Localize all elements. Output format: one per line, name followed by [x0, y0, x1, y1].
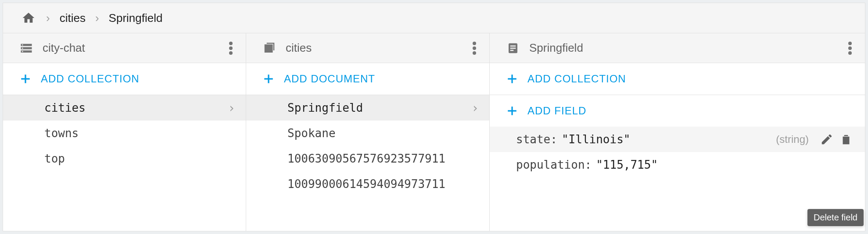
plus-icon — [20, 73, 31, 85]
field-key: state: — [516, 133, 557, 146]
document-icon — [506, 42, 520, 55]
svg-rect-11 — [510, 50, 514, 51]
column-root: city-chat ADD COLLECTION cities › towns … — [3, 33, 246, 231]
field-value: "115,715" — [596, 158, 658, 171]
document-list: Springfield › Spokane 100630905675769235… — [246, 95, 489, 231]
breadcrumb-item[interactable]: Springfield — [109, 11, 163, 25]
add-collection-button[interactable]: ADD COLLECTION — [490, 63, 865, 95]
add-document-button[interactable]: ADD DOCUMENT — [246, 63, 489, 95]
list-item[interactable]: 10063090567576923577911 — [246, 146, 489, 171]
tooltip-delete-field: Delete field — [807, 209, 864, 226]
database-icon — [20, 42, 33, 55]
field-row[interactable]: population: "115,715" — [490, 152, 865, 177]
list-item[interactable]: 10099000614594094973711 — [246, 171, 489, 197]
item-label: 10099000614594094973711 — [287, 177, 445, 191]
list-item[interactable]: towns — [3, 121, 246, 146]
column-document: Springfield ADD COLLECTION ADD FIELD sta… — [490, 33, 865, 231]
add-field-button[interactable]: ADD FIELD — [490, 95, 865, 127]
list-item[interactable]: Springfield › — [246, 95, 489, 121]
chevron-right-icon: › — [228, 101, 235, 115]
column-header-root: city-chat — [3, 33, 246, 63]
item-label: top — [44, 152, 65, 165]
field-value: "Illinois" — [562, 133, 631, 146]
edit-icon[interactable] — [820, 133, 833, 146]
svg-rect-9 — [510, 45, 516, 46]
svg-rect-10 — [510, 47, 516, 49]
column-title: city-chat — [43, 41, 219, 55]
chevron-right-icon: › — [95, 11, 99, 25]
column-title: Springfield — [529, 41, 839, 55]
more-vert-icon[interactable] — [229, 42, 233, 55]
more-vert-icon[interactable] — [473, 42, 476, 55]
plus-icon — [506, 73, 518, 85]
chevron-right-icon: › — [471, 101, 479, 115]
field-type: (string) — [776, 133, 809, 145]
item-label: Springfield — [287, 101, 363, 114]
list-item[interactable]: top — [3, 146, 246, 171]
item-label: towns — [44, 127, 79, 140]
breadcrumb: › cities › Springfield — [3, 3, 865, 33]
svg-point-1 — [22, 47, 23, 49]
list-item[interactable]: Spokane — [246, 121, 489, 146]
add-document-label: ADD DOCUMENT — [284, 73, 375, 85]
column-header-collection: cities — [246, 33, 489, 63]
svg-point-0 — [22, 44, 23, 46]
svg-rect-5 — [265, 45, 272, 52]
column-header-document: Springfield — [490, 33, 865, 63]
collection-list: cities › towns top — [3, 95, 246, 231]
item-label: 10063090567576923577911 — [287, 152, 445, 165]
column-collection: cities ADD DOCUMENT Springfield › Spokan… — [246, 33, 490, 231]
item-label: cities — [44, 101, 86, 114]
field-key: population: — [516, 158, 592, 171]
home-icon[interactable] — [21, 11, 36, 25]
add-collection-button[interactable]: ADD COLLECTION — [3, 63, 246, 95]
more-vert-icon[interactable] — [848, 42, 852, 55]
svg-point-2 — [22, 51, 23, 52]
column-title: cities — [286, 41, 463, 55]
delete-icon[interactable] — [839, 133, 853, 146]
collection-icon — [263, 42, 276, 55]
add-collection-label: ADD COLLECTION — [41, 73, 140, 85]
item-label: Spokane — [287, 127, 336, 140]
list-item[interactable]: cities › — [3, 95, 246, 121]
field-row[interactable]: state: "Illinois" (string) — [490, 127, 865, 152]
plus-icon — [263, 73, 274, 85]
add-field-label: ADD FIELD — [527, 105, 586, 117]
add-collection-label: ADD COLLECTION — [527, 73, 626, 85]
plus-icon — [506, 105, 518, 117]
chevron-right-icon: › — [46, 11, 50, 25]
breadcrumb-item[interactable]: cities — [60, 11, 86, 25]
